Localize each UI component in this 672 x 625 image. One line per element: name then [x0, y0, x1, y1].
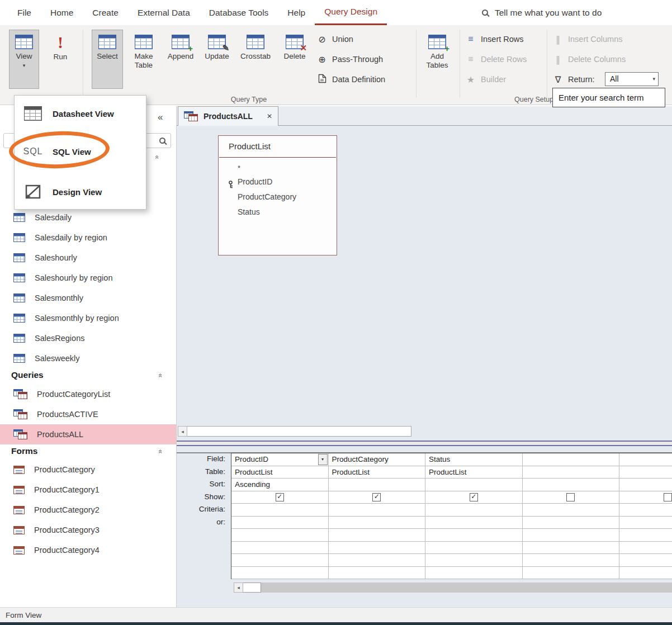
show-checkbox[interactable]	[276, 493, 284, 501]
tell-me-search[interactable]: Tell me what you want to do	[482, 0, 602, 25]
grid-cell[interactable]	[425, 542, 523, 555]
menu-item-design-view[interactable]: Design View	[15, 175, 146, 209]
grid-sort-cell[interactable]: Ascending	[231, 479, 329, 491]
grid-cell[interactable]	[425, 554, 523, 567]
nav-table-item[interactable]: Salesdaily by region	[0, 228, 176, 248]
grid-cell[interactable]	[231, 529, 329, 542]
grid-cell[interactable]	[619, 529, 672, 542]
nav-table-item[interactable]: Saleshourly by region	[0, 268, 176, 288]
grid-criteria-cell[interactable]	[329, 504, 426, 517]
nav-table-item[interactable]: Salesweekly	[0, 348, 176, 368]
grid-cell[interactable]	[329, 567, 426, 580]
grid-field-cell[interactable]: ProductID	[231, 453, 329, 466]
grid-or-cell[interactable]	[425, 517, 523, 529]
crosstab-button[interactable]: Crosstab	[237, 30, 274, 89]
grid-cell[interactable]	[425, 529, 523, 542]
grid-show-cell[interactable]	[619, 491, 672, 504]
field-dropdown-button[interactable]	[318, 454, 328, 465]
grid-table-cell[interactable]	[619, 466, 672, 479]
delete-query-button[interactable]: Delete	[278, 30, 311, 89]
grid-cell[interactable]	[523, 554, 620, 567]
document-tab-productsall[interactable]: ProductsALL	[178, 106, 278, 126]
tab-query-design[interactable]: Query Design	[315, 0, 387, 25]
grid-or-cell[interactable]	[231, 517, 329, 529]
insert-rows-button[interactable]: Insert Rows	[465, 32, 524, 46]
grid-cell[interactable]	[231, 554, 329, 567]
grid-show-cell[interactable]	[523, 491, 620, 504]
grid-criteria-cell[interactable]	[523, 504, 620, 517]
group-collapse-chevron-icon[interactable]	[153, 155, 161, 159]
grid-table-cell[interactable]	[523, 466, 620, 479]
grid-or-cell[interactable]	[329, 517, 426, 529]
field-item-status[interactable]: Status	[219, 205, 337, 220]
nav-table-item[interactable]: Salesmonthly by region	[0, 308, 176, 328]
tab-help[interactable]: Help	[278, 0, 315, 25]
grid-cell[interactable]	[231, 567, 329, 580]
shutter-bar-collapse-icon[interactable]	[158, 112, 163, 123]
nav-table-item[interactable]: Salesmonthly	[0, 288, 176, 308]
nav-form-item[interactable]: ProductCategory3	[0, 520, 176, 540]
tab-file[interactable]: File	[8, 0, 41, 25]
field-item-productcategory[interactable]: ProductCategory	[219, 190, 337, 205]
grid-criteria-cell[interactable]	[231, 504, 329, 517]
nav-table-item[interactable]: SalesRegions	[0, 328, 176, 348]
grid-field-cell[interactable]	[523, 453, 620, 466]
grid-cell[interactable]	[523, 567, 620, 580]
grid-criteria-cell[interactable]	[619, 504, 672, 517]
design-surface-scrollbar[interactable]	[178, 426, 411, 437]
nav-table-item[interactable]: Salesdaily	[0, 207, 176, 228]
grid-cell[interactable]	[523, 542, 620, 555]
nav-query-item[interactable]: ProductCategoryList	[0, 384, 176, 404]
grid-cell[interactable]	[425, 567, 523, 580]
show-checkbox[interactable]	[664, 493, 672, 501]
add-tables-button[interactable]: Add Tables	[420, 30, 454, 89]
union-button[interactable]: Union	[316, 32, 353, 46]
tab-database-tools[interactable]: Database Tools	[200, 0, 278, 25]
update-button[interactable]: Update	[200, 30, 234, 89]
grid-show-cell[interactable]	[329, 491, 426, 504]
scrollbar-thumb[interactable]	[187, 426, 411, 437]
show-checkbox[interactable]	[470, 493, 478, 501]
grid-sort-cell[interactable]	[619, 479, 672, 491]
grid-sort-cell[interactable]	[523, 479, 620, 491]
grid-cell[interactable]	[329, 554, 426, 567]
collapse-chevron-icon[interactable]	[157, 449, 165, 453]
grid-cell[interactable]	[619, 554, 672, 567]
scroll-left-icon[interactable]	[178, 426, 187, 437]
append-button[interactable]: Append	[164, 30, 197, 89]
pane-splitter[interactable]	[177, 441, 672, 446]
tab-external-data[interactable]: External Data	[128, 0, 200, 25]
grid-table-cell[interactable]: ProductList	[425, 466, 523, 479]
grid-cell[interactable]	[619, 567, 672, 580]
nav-form-item[interactable]: ProductCategory2	[0, 500, 176, 520]
grid-show-cell[interactable]	[231, 491, 329, 504]
show-checkbox[interactable]	[372, 493, 381, 501]
scrollbar-thumb[interactable]	[243, 583, 261, 593]
grid-cell[interactable]	[329, 542, 426, 555]
nav-query-item-selected[interactable]: ProductsALL	[0, 424, 176, 444]
grid-show-cell[interactable]	[425, 491, 523, 504]
nav-query-item[interactable]: ProductsACTIVE	[0, 404, 176, 424]
nav-form-item[interactable]: ProductCategory4	[0, 540, 176, 560]
scroll-left-icon[interactable]	[234, 583, 243, 593]
grid-sort-cell[interactable]	[425, 479, 523, 491]
ribbon-search-input[interactable]: Enter your search term	[552, 88, 665, 107]
grid-or-cell[interactable]	[619, 517, 672, 529]
grid-table-cell[interactable]: ProductList	[231, 466, 329, 479]
field-item-asterisk[interactable]: *	[219, 162, 337, 174]
collapse-chevron-icon[interactable]	[157, 373, 165, 377]
grid-cell[interactable]	[619, 542, 672, 555]
tab-home[interactable]: Home	[41, 0, 83, 25]
view-button[interactable]: View	[9, 30, 39, 89]
return-dropdown[interactable]: All	[605, 72, 659, 86]
field-item-productid[interactable]: ProductID	[219, 174, 337, 190]
grid-sort-cell[interactable]	[329, 479, 426, 491]
grid-table-cell[interactable]: ProductList	[329, 466, 426, 479]
select-query-button[interactable]: Select	[92, 30, 123, 89]
make-table-button[interactable]: Make Table	[126, 30, 161, 89]
nav-section-forms[interactable]: Forms	[0, 442, 176, 460]
grid-scrollbar[interactable]	[234, 583, 672, 593]
show-checkbox[interactable]	[566, 493, 575, 501]
grid-cell[interactable]	[329, 529, 426, 542]
menu-item-datasheet-view[interactable]: Datasheet View	[15, 97, 146, 130]
